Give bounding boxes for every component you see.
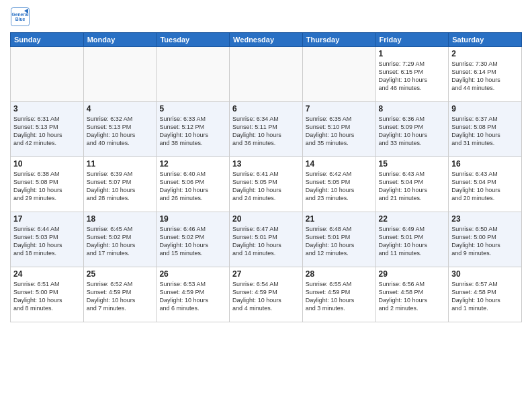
day-number: 15: [379, 159, 446, 169]
calendar-cell: 27Sunrise: 6:54 AM Sunset: 4:59 PM Dayli…: [230, 267, 303, 322]
calendar-cell: 2Sunrise: 7:30 AM Sunset: 6:14 PM Daylig…: [449, 47, 522, 102]
calendar-cell: 12Sunrise: 6:40 AM Sunset: 5:06 PM Dayli…: [157, 157, 230, 212]
week-row-5: 24Sunrise: 6:51 AM Sunset: 5:00 PM Dayli…: [11, 267, 522, 322]
day-number: 30: [451, 269, 519, 279]
calendar-cell: 28Sunrise: 6:55 AM Sunset: 4:59 PM Dayli…: [302, 267, 375, 322]
calendar-cell: [11, 47, 84, 102]
calendar-cell: 9Sunrise: 6:37 AM Sunset: 5:08 PM Daylig…: [449, 102, 522, 157]
week-row-3: 10Sunrise: 6:38 AM Sunset: 5:08 PM Dayli…: [11, 157, 522, 212]
calendar-cell: 1Sunrise: 7:29 AM Sunset: 6:15 PM Daylig…: [375, 47, 449, 102]
cell-info: Sunrise: 6:37 AM Sunset: 5:08 PM Dayligh…: [451, 115, 519, 148]
week-row-2: 3Sunrise: 6:31 AM Sunset: 5:13 PM Daylig…: [11, 102, 522, 157]
page: General Blue SundayMondayTuesdayWednesda…: [0, 0, 532, 411]
day-number: 19: [159, 214, 226, 224]
day-number: 11: [87, 159, 154, 169]
day-number: 23: [451, 214, 519, 224]
calendar-cell: 23Sunrise: 6:50 AM Sunset: 5:00 PM Dayli…: [449, 212, 522, 267]
week-row-1: 1Sunrise: 7:29 AM Sunset: 6:15 PM Daylig…: [11, 47, 522, 102]
weekday-header-monday: Monday: [83, 33, 157, 47]
calendar-cell: [230, 47, 303, 102]
logo: General Blue: [10, 7, 30, 27]
calendar-cell: 14Sunrise: 6:42 AM Sunset: 5:05 PM Dayli…: [302, 157, 375, 212]
cell-info: Sunrise: 6:49 AM Sunset: 5:01 PM Dayligh…: [379, 225, 446, 258]
calendar-cell: 22Sunrise: 6:49 AM Sunset: 5:01 PM Dayli…: [375, 212, 449, 267]
day-number: 8: [379, 104, 446, 113]
day-number: 20: [232, 214, 300, 224]
svg-text:Blue: Blue: [15, 17, 26, 21]
day-number: 14: [306, 159, 373, 169]
day-number: 6: [232, 104, 300, 113]
cell-info: Sunrise: 6:36 AM Sunset: 5:09 PM Dayligh…: [379, 115, 446, 148]
calendar-cell: 24Sunrise: 6:51 AM Sunset: 5:00 PM Dayli…: [11, 267, 84, 322]
calendar-cell: 19Sunrise: 6:46 AM Sunset: 5:02 PM Dayli…: [157, 212, 230, 267]
day-number: 4: [87, 104, 154, 113]
weekday-header-saturday: Saturday: [449, 33, 522, 47]
day-number: 13: [232, 159, 300, 169]
calendar-cell: [157, 47, 230, 102]
calendar-cell: 3Sunrise: 6:31 AM Sunset: 5:13 PM Daylig…: [11, 102, 84, 157]
calendar-cell: 13Sunrise: 6:41 AM Sunset: 5:05 PM Dayli…: [230, 157, 303, 212]
day-number: 12: [159, 159, 226, 169]
day-number: 25: [87, 269, 154, 279]
weekday-header-friday: Friday: [375, 33, 449, 47]
day-number: 24: [13, 269, 81, 279]
cell-info: Sunrise: 6:44 AM Sunset: 5:03 PM Dayligh…: [13, 225, 81, 258]
cell-info: Sunrise: 6:50 AM Sunset: 5:00 PM Dayligh…: [451, 225, 519, 258]
cell-info: Sunrise: 6:56 AM Sunset: 4:58 PM Dayligh…: [379, 280, 446, 313]
calendar-cell: 6Sunrise: 6:34 AM Sunset: 5:11 PM Daylig…: [230, 102, 303, 157]
day-number: 21: [306, 214, 373, 224]
calendar-cell: 16Sunrise: 6:43 AM Sunset: 5:04 PM Dayli…: [449, 157, 522, 212]
cell-info: Sunrise: 6:51 AM Sunset: 5:00 PM Dayligh…: [13, 280, 81, 313]
calendar-cell: 17Sunrise: 6:44 AM Sunset: 5:03 PM Dayli…: [11, 212, 84, 267]
calendar-cell: 29Sunrise: 6:56 AM Sunset: 4:58 PM Dayli…: [375, 267, 449, 322]
cell-info: Sunrise: 6:33 AM Sunset: 5:12 PM Dayligh…: [159, 115, 226, 148]
day-number: 27: [232, 269, 300, 279]
weekday-header-tuesday: Tuesday: [157, 33, 230, 47]
cell-info: Sunrise: 6:43 AM Sunset: 5:04 PM Dayligh…: [451, 170, 519, 203]
calendar-cell: [83, 47, 157, 102]
day-number: 16: [451, 159, 519, 169]
calendar-cell: 21Sunrise: 6:48 AM Sunset: 5:01 PM Dayli…: [302, 212, 375, 267]
cell-info: Sunrise: 6:31 AM Sunset: 5:13 PM Dayligh…: [13, 115, 81, 148]
svg-text:General: General: [11, 12, 28, 17]
cell-info: Sunrise: 6:41 AM Sunset: 5:05 PM Dayligh…: [232, 170, 300, 203]
calendar-cell: 4Sunrise: 6:32 AM Sunset: 5:13 PM Daylig…: [83, 102, 157, 157]
cell-info: Sunrise: 6:48 AM Sunset: 5:01 PM Dayligh…: [306, 225, 373, 258]
cell-info: Sunrise: 7:30 AM Sunset: 6:14 PM Dayligh…: [451, 60, 519, 93]
week-row-4: 17Sunrise: 6:44 AM Sunset: 5:03 PM Dayli…: [11, 212, 522, 267]
weekday-header-thursday: Thursday: [302, 33, 375, 47]
day-number: 22: [379, 214, 446, 224]
day-number: 26: [159, 269, 226, 279]
weekday-header-sunday: Sunday: [11, 33, 84, 47]
cell-info: Sunrise: 6:52 AM Sunset: 4:59 PM Dayligh…: [87, 280, 154, 313]
cell-info: Sunrise: 6:40 AM Sunset: 5:06 PM Dayligh…: [159, 170, 226, 203]
day-number: 10: [13, 159, 81, 169]
weekday-header-row: SundayMondayTuesdayWednesdayThursdayFrid…: [11, 33, 522, 47]
calendar-cell: 20Sunrise: 6:47 AM Sunset: 5:01 PM Dayli…: [230, 212, 303, 267]
day-number: 2: [451, 49, 519, 58]
calendar-cell: 18Sunrise: 6:45 AM Sunset: 5:02 PM Dayli…: [83, 212, 157, 267]
day-number: 7: [306, 104, 373, 113]
calendar-cell: 11Sunrise: 6:39 AM Sunset: 5:07 PM Dayli…: [83, 157, 157, 212]
day-number: 3: [13, 104, 81, 113]
calendar: SundayMondayTuesdayWednesdayThursdayFrid…: [10, 32, 522, 322]
cell-info: Sunrise: 6:57 AM Sunset: 4:58 PM Dayligh…: [451, 280, 519, 313]
cell-info: Sunrise: 6:45 AM Sunset: 5:02 PM Dayligh…: [87, 225, 154, 258]
calendar-cell: 8Sunrise: 6:36 AM Sunset: 5:09 PM Daylig…: [375, 102, 449, 157]
cell-info: Sunrise: 6:53 AM Sunset: 4:59 PM Dayligh…: [159, 280, 226, 313]
cell-info: Sunrise: 6:34 AM Sunset: 5:11 PM Dayligh…: [232, 115, 300, 148]
day-number: 17: [13, 214, 81, 224]
cell-info: Sunrise: 6:32 AM Sunset: 5:13 PM Dayligh…: [87, 115, 154, 148]
calendar-cell: 7Sunrise: 6:35 AM Sunset: 5:10 PM Daylig…: [302, 102, 375, 157]
cell-info: Sunrise: 6:42 AM Sunset: 5:05 PM Dayligh…: [306, 170, 373, 203]
logo-icon: General Blue: [10, 7, 30, 27]
calendar-cell: 26Sunrise: 6:53 AM Sunset: 4:59 PM Dayli…: [157, 267, 230, 322]
calendar-cell: 30Sunrise: 6:57 AM Sunset: 4:58 PM Dayli…: [449, 267, 522, 322]
cell-info: Sunrise: 6:46 AM Sunset: 5:02 PM Dayligh…: [159, 225, 226, 258]
cell-info: Sunrise: 6:38 AM Sunset: 5:08 PM Dayligh…: [13, 170, 81, 203]
calendar-cell: 5Sunrise: 6:33 AM Sunset: 5:12 PM Daylig…: [157, 102, 230, 157]
cell-info: Sunrise: 6:54 AM Sunset: 4:59 PM Dayligh…: [232, 280, 300, 313]
calendar-cell: 15Sunrise: 6:43 AM Sunset: 5:04 PM Dayli…: [375, 157, 449, 212]
cell-info: Sunrise: 6:47 AM Sunset: 5:01 PM Dayligh…: [232, 225, 300, 258]
day-number: 18: [87, 214, 154, 224]
